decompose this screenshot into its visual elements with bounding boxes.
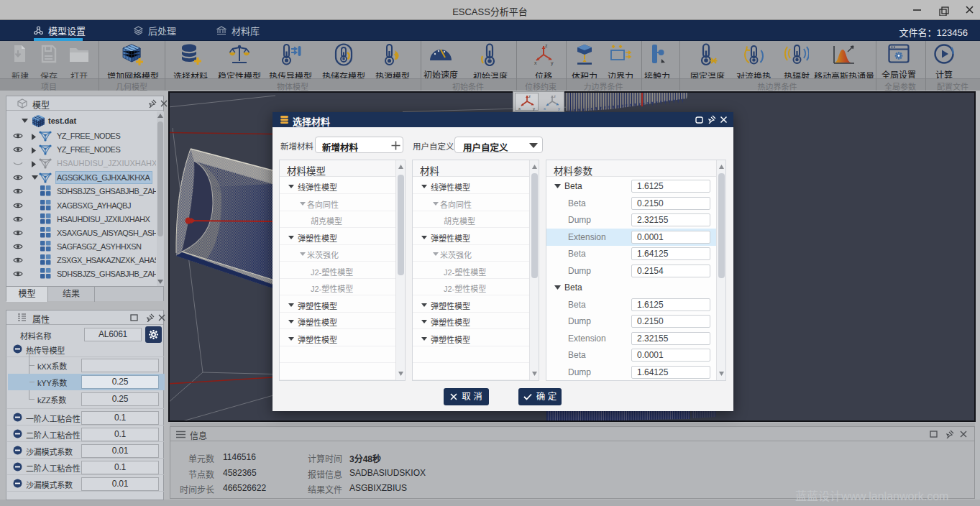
svg-text:y: y — [558, 106, 560, 111]
svg-text:y: y — [533, 106, 535, 111]
svg-text:z: z — [554, 94, 556, 98]
svg-text:z: z — [545, 43, 548, 48]
svg-text:x: x — [544, 106, 546, 111]
svg-text:y: y — [551, 60, 554, 66]
svg-text:z: z — [528, 94, 531, 98]
svg-text:x: x — [518, 106, 521, 111]
svg-text:x: x — [534, 60, 537, 65]
